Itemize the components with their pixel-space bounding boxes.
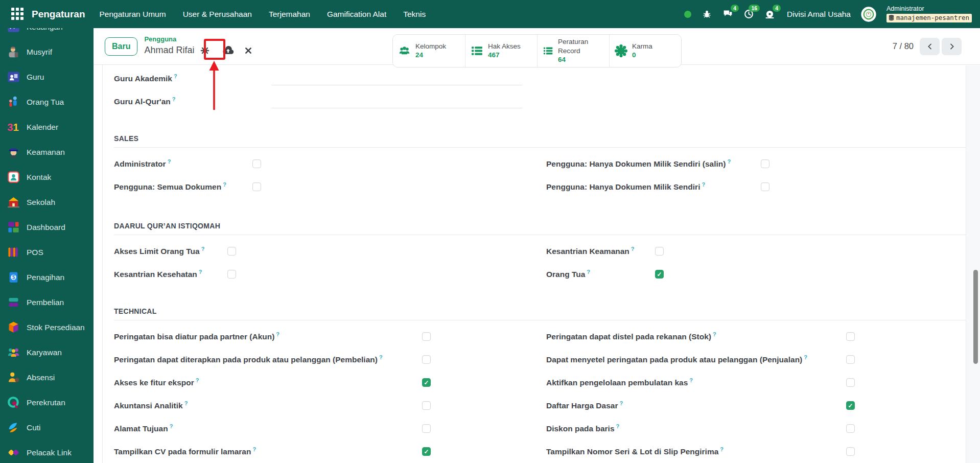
sidebar-item-musyrif[interactable]: Musyrif <box>7 39 94 64</box>
stat-kelompok-button[interactable]: Kelompok24 <box>393 35 465 67</box>
save-cloud-button[interactable] <box>221 43 235 57</box>
activities-clock-icon[interactable]: 16 <box>743 9 754 20</box>
actions-gear-button[interactable] <box>200 45 210 56</box>
sidebar-item-sekolah[interactable]: Sekolah <box>7 190 94 215</box>
apps-grid-icon[interactable] <box>11 8 25 21</box>
sidebar-item-penagihan[interactable]: $ Penagihan <box>7 265 94 290</box>
list-icon <box>471 44 483 57</box>
stat-karma-button[interactable]: Karma0 <box>609 35 681 67</box>
section-sales: SALES Administrator? Pengguna: Semua Dok… <box>114 134 966 198</box>
checkbox[interactable] <box>227 247 236 256</box>
checkbox[interactable] <box>422 401 431 410</box>
sidebar-item-pelacak-link[interactable]: Pelacak Link <box>7 440 94 463</box>
checkbox[interactable] <box>422 424 431 433</box>
sidebar-item-perekrutan[interactable]: Perekrutan <box>7 390 94 415</box>
checkbox[interactable] <box>422 332 431 341</box>
help-marker: ? <box>631 246 635 252</box>
sidebar-item-stok-persediaan[interactable]: Stok Persediaan <box>7 315 94 340</box>
checkbox[interactable] <box>422 355 431 364</box>
form-sheet: Guru Akademik? Guru Al-Qur'an? SALES Adm… <box>102 65 966 463</box>
pager-previous-button[interactable] <box>920 38 940 55</box>
kontak-icon <box>7 170 20 184</box>
sidebar-item-pos[interactable]: POS <box>7 240 94 265</box>
checkbox[interactable] <box>422 447 431 456</box>
requests-badge: 4 <box>773 5 781 12</box>
sidebar-item-keuangan[interactable]: Keuangan <box>7 28 94 39</box>
setting-row: Peringatan bisa diatur pada partner (Aku… <box>114 325 546 348</box>
user-menu[interactable]: Administrator manajemen-pesantren <box>886 6 972 22</box>
checkbox[interactable] <box>227 270 236 279</box>
checkbox[interactable] <box>846 332 855 341</box>
messages-icon[interactable]: 4 <box>722 9 733 20</box>
stat-hak-akses-button[interactable]: Hak Akses467 <box>465 35 537 67</box>
setting-row: Diskon pada baris? <box>546 417 966 440</box>
checkbox[interactable] <box>655 270 664 279</box>
help-marker: ? <box>223 181 226 188</box>
setting-row: Tampilkan CV pada formulir lamaran? <box>114 440 546 463</box>
topbar: Pengaturan Pengaturan Umum User & Perusa… <box>0 0 980 28</box>
checkbox[interactable] <box>846 447 855 456</box>
user-name: Administrator <box>886 6 972 13</box>
guru-akademik-input[interactable] <box>271 72 522 85</box>
requests-disc-icon[interactable]: 4 <box>764 9 775 20</box>
checkbox[interactable] <box>252 182 261 191</box>
menu-pengaturan-umum[interactable]: Pengaturan Umum <box>100 10 166 19</box>
company-switcher[interactable]: Divisi Amal Usaha <box>787 10 851 19</box>
scrollbar-thumb[interactable] <box>973 270 978 364</box>
help-marker: ? <box>619 400 623 406</box>
menu-terjemahan[interactable]: Terjemahan <box>269 10 310 19</box>
sidebar-item-orang-tua[interactable]: Orang Tua <box>7 89 94 114</box>
sidebar-item-keamanan[interactable]: Keamanan <box>7 140 94 165</box>
sidebar-item-karyawan[interactable]: Karyawan <box>7 340 94 365</box>
user-avatar[interactable] <box>860 6 877 22</box>
checkbox[interactable] <box>846 424 855 433</box>
setting-row: Administrator? <box>114 152 546 175</box>
help-marker: ? <box>689 377 693 383</box>
online-status-dot <box>684 11 691 18</box>
sidebar-item-kalender[interactable]: 31 Kalender <box>7 114 94 140</box>
help-marker: ? <box>174 73 177 79</box>
checkbox[interactable] <box>422 378 431 387</box>
setting-row: Pengguna: Hanya Dokumen Milik Sendiri? <box>546 175 966 198</box>
menu-teknis[interactable]: Teknis <box>403 10 426 19</box>
checkbox[interactable] <box>846 401 855 410</box>
setting-row: Alamat Tujuan? <box>114 417 546 440</box>
sidebar-item-absensi[interactable]: Absensi <box>7 365 94 390</box>
menu-user-perusahaan[interactable]: User & Perusahaan <box>183 10 252 19</box>
help-marker: ? <box>184 400 188 406</box>
stat-peraturan-record-button[interactable]: Peraturan Record64 <box>537 35 609 67</box>
checkbox[interactable] <box>846 355 855 364</box>
chevron-left-icon <box>926 42 934 51</box>
checkbox[interactable] <box>252 159 261 168</box>
cuti-icon <box>7 421 20 434</box>
field-guru-alquran: Guru Al-Qur'an? <box>114 90 966 113</box>
checkbox[interactable] <box>761 159 769 168</box>
help-marker: ? <box>196 377 199 383</box>
help-marker: ? <box>804 354 807 360</box>
section-title: SALES <box>114 134 966 148</box>
kalender-icon: 31 <box>7 120 20 134</box>
checkbox[interactable] <box>655 247 664 256</box>
checkbox[interactable] <box>846 378 855 387</box>
close-icon <box>244 47 252 55</box>
sidebar-item-pembelian[interactable]: Pembelian <box>7 290 94 315</box>
debug-bug-icon[interactable] <box>701 9 712 20</box>
app-name[interactable]: Pengaturan <box>32 9 85 20</box>
pelacak-link-icon <box>7 446 20 459</box>
setting-row: Akuntansi Analitik? <box>114 394 546 417</box>
top-menu: Pengaturan Umum User & Perusahaan Terjem… <box>100 10 426 19</box>
breadcrumb-parent-link[interactable]: Pengguna <box>144 35 252 43</box>
pager-next-button[interactable] <box>942 38 962 55</box>
sidebar-item-dashboard[interactable]: Dashboard <box>7 215 94 240</box>
discard-button[interactable] <box>244 47 252 55</box>
breadcrumb-record-name: Ahmad Rifai <box>144 45 194 56</box>
checkbox[interactable] <box>761 182 769 191</box>
sidebar-item-guru[interactable]: Guru <box>7 64 94 89</box>
setting-row: Peringatan dapat diterapkan pada produk … <box>114 348 546 371</box>
guru-alquran-input[interactable] <box>271 95 522 108</box>
menu-gamification-alat[interactable]: Gamification Alat <box>327 10 386 19</box>
sidebar-item-kontak[interactable]: Kontak <box>7 165 94 190</box>
karyawan-icon <box>7 345 20 359</box>
sidebar-item-cuti[interactable]: Cuti <box>7 415 94 440</box>
help-marker: ? <box>720 446 724 452</box>
